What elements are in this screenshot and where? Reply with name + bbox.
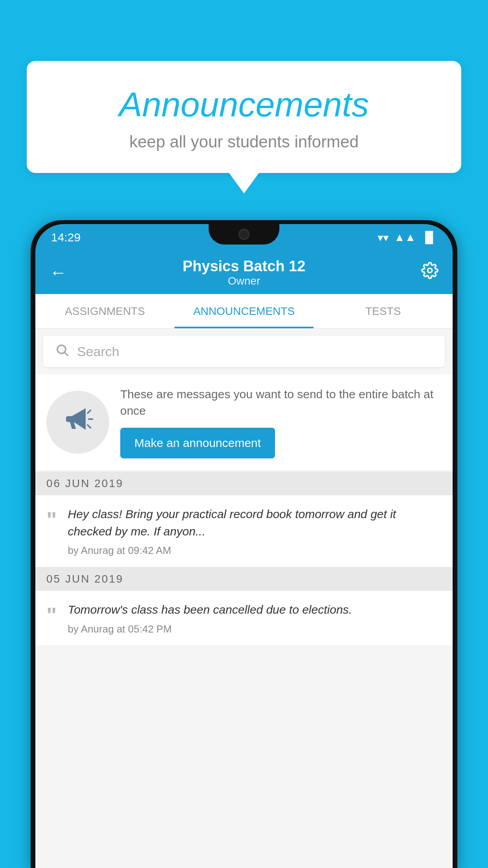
status-time: 14:29	[51, 231, 81, 244]
settings-button[interactable]	[421, 262, 438, 283]
header-subtitle: Owner	[67, 275, 421, 287]
wifi-icon: ▾▾	[378, 231, 389, 244]
announcement-promo: These are messages you want to send to t…	[35, 374, 453, 470]
announce-desc: These are messages you want to send to t…	[120, 386, 442, 419]
tab-tests[interactable]: TESTS	[314, 294, 453, 328]
svg-line-3	[88, 410, 91, 414]
search-placeholder: Search	[77, 344, 119, 359]
svg-line-5	[88, 425, 91, 428]
announce-text-block: These are messages you want to send to t…	[120, 386, 442, 458]
tabs-bar: ASSIGNMENTS ANNOUNCEMENTS TESTS	[35, 294, 453, 329]
make-announcement-button[interactable]: Make an announcement	[120, 428, 275, 458]
signal-icon: ▲▲	[394, 231, 416, 244]
phone-inner: 14:29 ▾▾ ▲▲ ▐▌ ← Physics Batch 12 Owner	[35, 224, 453, 868]
svg-line-2	[65, 352, 68, 355]
announce-icon-circle	[46, 391, 109, 454]
tab-assignments[interactable]: ASSIGNMENTS	[35, 294, 174, 328]
header-title: Physics Batch 12	[67, 258, 421, 275]
svg-point-0	[428, 268, 432, 273]
bubble-title: Announcements	[58, 85, 430, 125]
announcement-text-2: Tomorrow's class has been cancelled due …	[68, 601, 442, 635]
search-bar[interactable]: Search	[43, 336, 445, 367]
quote-icon-1: "	[46, 509, 57, 531]
app-header: ← Physics Batch 12 Owner	[35, 251, 453, 294]
tab-announcements[interactable]: ANNOUNCEMENTS	[174, 294, 314, 328]
bubble-subtitle: keep all your students informed	[58, 132, 430, 151]
svg-point-1	[57, 345, 66, 353]
announcement-content-2: Tomorrow's class has been cancelled due …	[68, 601, 442, 618]
search-icon	[55, 343, 69, 360]
announcement-content-1: Hey class! Bring your practical record b…	[68, 506, 442, 540]
speech-bubble-wrapper: Announcements keep all your students inf…	[27, 61, 461, 193]
announcement-text-1: Hey class! Bring your practical record b…	[68, 506, 442, 557]
announcement-item-2[interactable]: " Tomorrow's class has been cancelled du…	[35, 591, 453, 646]
phone-notch	[209, 224, 279, 245]
camera	[238, 229, 250, 240]
megaphone-icon	[62, 403, 94, 441]
speech-bubble: Announcements keep all your students inf…	[27, 61, 461, 173]
speech-bubble-arrow	[229, 173, 259, 193]
announcement-meta-1: by Anurag at 09:42 AM	[68, 544, 442, 557]
quote-icon-2: "	[46, 604, 57, 626]
content-area: Search These are messages you wan	[35, 329, 453, 868]
announcement-meta-2: by Anurag at 05:42 PM	[68, 623, 442, 635]
battery-icon: ▐▌	[421, 231, 437, 244]
date-divider-2: 05 JUN 2019	[35, 567, 453, 591]
back-button[interactable]: ←	[50, 263, 67, 282]
status-icons: ▾▾ ▲▲ ▐▌	[378, 231, 437, 244]
header-center: Physics Batch 12 Owner	[67, 258, 421, 287]
phone-frame: 14:29 ▾▾ ▲▲ ▐▌ ← Physics Batch 12 Owner	[31, 220, 457, 868]
announcement-item-1[interactable]: " Hey class! Bring your practical record…	[35, 495, 453, 567]
date-divider-1: 06 JUN 2019	[35, 472, 453, 495]
